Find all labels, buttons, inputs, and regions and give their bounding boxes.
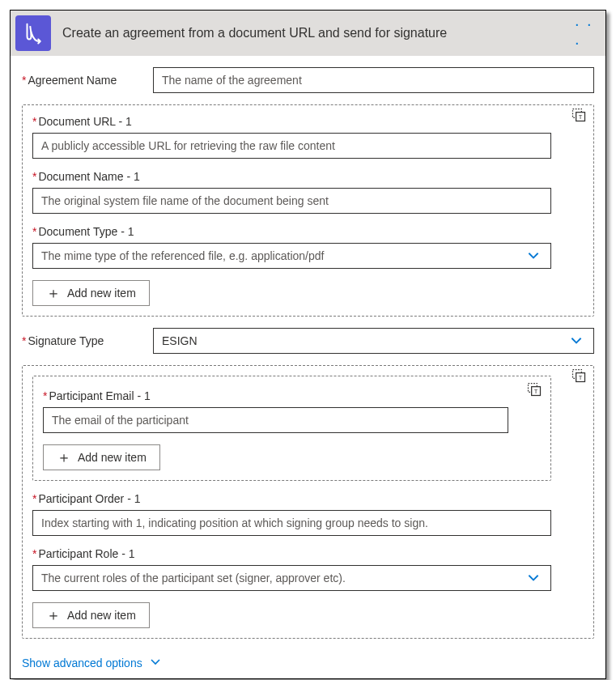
plus-icon: ＋ — [46, 608, 61, 623]
participant-email-field: *Participant Email - 1 — [43, 389, 541, 433]
participant-emails-group: T *Participant Email - 1 ＋ Add new item — [32, 376, 551, 481]
participant-order-input[interactable] — [32, 510, 551, 536]
card-body: *Agreement Name T *Document URL - 1 *Doc… — [11, 56, 605, 678]
document-url-input[interactable] — [32, 133, 551, 159]
signature-type-label: *Signature Type — [22, 334, 153, 347]
document-name-field: *Document Name - 1 — [32, 170, 584, 214]
copy-group-icon[interactable]: T — [571, 368, 588, 385]
agreement-name-label: *Agreement Name — [22, 74, 153, 87]
documents-group: T *Document URL - 1 *Document Name - 1 *… — [22, 104, 594, 317]
card-title: Create an agreement from a document URL … — [62, 26, 575, 40]
add-participant-email-button[interactable]: ＋ Add new item — [43, 444, 160, 470]
agreement-name-input[interactable] — [153, 67, 594, 93]
svg-text:T: T — [534, 388, 538, 395]
plus-icon: ＋ — [57, 450, 71, 465]
agreement-name-row: *Agreement Name — [22, 67, 594, 93]
show-advanced-options-link[interactable]: Show advanced options — [22, 655, 164, 670]
participant-role-field: *Participant Role - 1 The current roles … — [32, 547, 584, 591]
chevron-down-icon — [567, 333, 585, 350]
add-participant-button[interactable]: ＋ Add new item — [32, 602, 150, 628]
chevron-down-icon — [525, 570, 542, 587]
svg-text:T: T — [579, 374, 583, 381]
participant-order-field: *Participant Order - 1 — [32, 492, 584, 536]
participant-email-input[interactable] — [43, 407, 508, 433]
participants-group: T T *Participant Email - 1 — [22, 365, 594, 639]
copy-group-icon[interactable]: T — [571, 107, 588, 125]
chevron-down-icon — [147, 655, 164, 670]
plus-icon: ＋ — [46, 286, 61, 300]
signature-type-row: *Signature Type ESIGN — [22, 328, 594, 354]
adobe-icon — [15, 15, 51, 51]
action-card: Create an agreement from a document URL … — [10, 10, 606, 679]
card-header: Create an agreement from a document URL … — [11, 11, 605, 56]
svg-text:T: T — [579, 113, 583, 121]
document-type-select[interactable]: The mime type of the referenced file, e.… — [32, 243, 551, 269]
participant-role-select[interactable]: The current roles of the participant set… — [32, 565, 551, 591]
chevron-down-icon — [525, 248, 542, 265]
more-options-button[interactable]: · · · — [575, 22, 597, 45]
document-type-field: *Document Type - 1 The mime type of the … — [32, 225, 584, 269]
document-url-field: *Document URL - 1 — [32, 115, 584, 159]
add-document-button[interactable]: ＋ Add new item — [32, 280, 150, 306]
document-name-input[interactable] — [32, 188, 551, 214]
copy-group-icon[interactable]: T — [526, 381, 544, 399]
signature-type-select[interactable]: ESIGN — [153, 328, 594, 354]
